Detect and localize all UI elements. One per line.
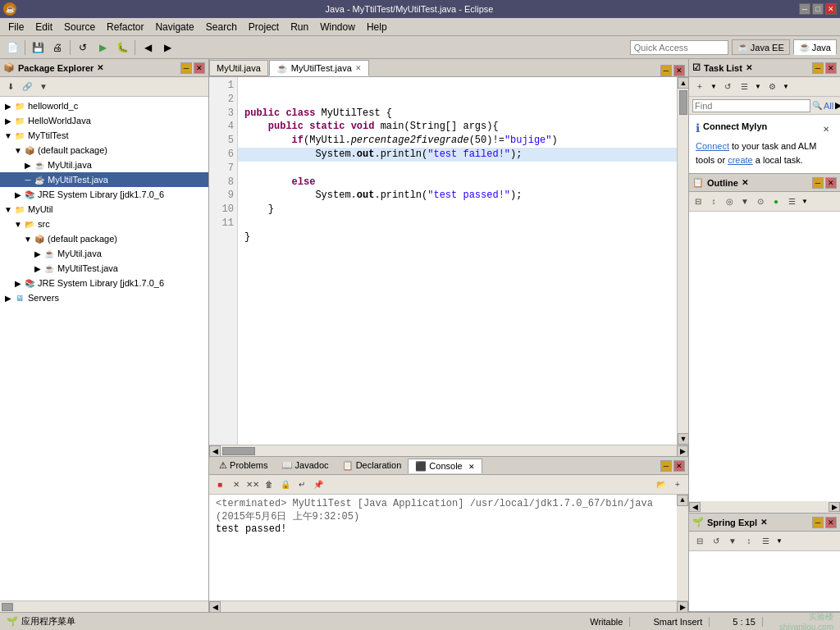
tree-hscroll[interactable]: [0, 600, 208, 612]
prev-button[interactable]: ◀: [139, 39, 157, 57]
clear-console-button[interactable]: 🗑: [262, 477, 276, 492]
tree-item-myutiltest-java[interactable]: ─ ☕ MyUtilTest.java: [0, 172, 208, 187]
editor-minimize[interactable]: ─: [660, 65, 672, 76]
tab-declaration[interactable]: 📋 Declaration: [336, 459, 409, 472]
hscroll-thumb[interactable]: [222, 447, 255, 455]
scroll-thumb[interactable]: [679, 90, 687, 115]
scroll-up-button[interactable]: ▲: [678, 77, 688, 89]
create-link[interactable]: create: [728, 155, 753, 165]
tree-item-myutil-jre[interactable]: ▶ 📚 JRE System Library [jdk1.7.0_6: [0, 276, 208, 290]
bottom-minimize[interactable]: ─: [660, 460, 672, 472]
outline-sync[interactable]: ⊙: [753, 194, 768, 209]
tree-item-helloworldjava[interactable]: ▶ 📁 HelloWorldJava: [0, 113, 208, 128]
editor-close[interactable]: ✕: [673, 65, 685, 76]
tab-console[interactable]: ⬛ Console ✕: [408, 459, 482, 473]
tab-myutiltest[interactable]: ☕ MyUtilTest.java ✕: [269, 60, 369, 76]
task-list-close[interactable]: ✕: [825, 62, 837, 74]
remove-launch-button[interactable]: ✕: [229, 477, 244, 492]
tree-item-default-pkg[interactable]: ▼ 📦 (default package): [0, 143, 208, 158]
tree-item-src-myutil[interactable]: ▶ ☕ MyUtil.java: [0, 246, 208, 261]
console-hscroll[interactable]: ◀ ▶: [209, 600, 688, 612]
collapse-all-button[interactable]: ⬇: [3, 80, 18, 94]
new-button[interactable]: 📄: [3, 39, 21, 57]
perspective-java-ee[interactable]: ☕ Java EE: [732, 39, 790, 55]
package-explorer-minimize[interactable]: ─: [180, 62, 192, 74]
outline-hscroll-left[interactable]: ◀: [689, 502, 701, 512]
outline-dropdown[interactable]: ▼: [800, 195, 810, 208]
print-button[interactable]: 🖨: [48, 39, 66, 57]
tab-problems[interactable]: ⚠ Problems: [212, 459, 275, 472]
bottom-close[interactable]: ✕: [673, 460, 685, 472]
task-find-input[interactable]: [692, 99, 810, 112]
outline-hide[interactable]: ◎: [722, 194, 737, 209]
menu-run[interactable]: Run: [285, 20, 313, 34]
outline-close-tab[interactable]: ✕: [742, 178, 748, 187]
tree-item-myttiltest[interactable]: ▼ 📁 MyTtilTest: [0, 128, 208, 143]
new-console-button[interactable]: +: [670, 477, 685, 492]
package-explorer-close-tab[interactable]: ✕: [97, 63, 103, 72]
task-menu-dropdown[interactable]: ▼: [753, 80, 763, 94]
tab-javadoc[interactable]: 📖 Javadoc: [275, 459, 336, 472]
outline-sort[interactable]: ↕: [706, 194, 721, 209]
editor-hscrollbar[interactable]: ◀ ▶: [209, 445, 688, 456]
perspective-java[interactable]: ☕ Java: [793, 39, 837, 55]
quick-access-input[interactable]: [630, 40, 728, 55]
console-tab-close[interactable]: ✕: [468, 463, 475, 471]
sync-button[interactable]: ↺: [720, 80, 735, 94]
tree-item-myutil-java[interactable]: ▶ ☕ MyUtil.java: [0, 158, 208, 172]
outline-minimize[interactable]: ─: [812, 177, 824, 189]
word-wrap-button[interactable]: ↵: [294, 477, 309, 492]
console-hscroll-left[interactable]: ◀: [209, 601, 221, 613]
tree-item-helloworld-c[interactable]: ▶ 📁 helloworld_c: [0, 98, 208, 113]
code-editor[interactable]: public class MyUtilTest { public static …: [238, 77, 677, 445]
editor-vscrollbar[interactable]: ▲ ▼: [677, 77, 688, 445]
spring-close-tab[interactable]: ✕: [760, 518, 767, 527]
terminate-button[interactable]: ■: [212, 477, 227, 492]
minimize-button[interactable]: ─: [799, 3, 810, 15]
spring-filter[interactable]: ▼: [725, 534, 740, 549]
task-list-close-tab[interactable]: ✕: [746, 63, 752, 72]
spring-refresh[interactable]: ↺: [709, 534, 724, 549]
task-menu-button[interactable]: ☰: [737, 80, 751, 94]
menu-refactor[interactable]: Refactor: [102, 20, 148, 34]
hscroll-right[interactable]: ▶: [677, 445, 688, 457]
refresh-button[interactable]: ↺: [74, 39, 92, 57]
spring-collapse[interactable]: ⊟: [692, 534, 707, 549]
menu-navigate[interactable]: Navigate: [150, 20, 199, 34]
restore-button[interactable]: □: [812, 3, 824, 15]
remove-all-button[interactable]: ✕✕: [245, 477, 260, 492]
outline-collapse[interactable]: ⊟: [691, 194, 705, 209]
connect-link[interactable]: Connect: [696, 141, 729, 151]
tree-item-src[interactable]: ▼ 📂 src: [0, 217, 208, 231]
menu-search[interactable]: Search: [201, 20, 242, 34]
open-console-button[interactable]: 📂: [654, 477, 669, 492]
outline-green[interactable]: ●: [769, 194, 783, 209]
tree-item-servers[interactable]: ▶ 🖥 Servers: [0, 290, 208, 305]
close-button[interactable]: ✕: [825, 3, 837, 15]
menu-file[interactable]: File: [3, 20, 29, 34]
new-task-button[interactable]: +: [692, 80, 707, 94]
tab-close-icon[interactable]: ✕: [355, 64, 362, 72]
spring-menu[interactable]: ☰: [758, 534, 773, 549]
next-button[interactable]: ▶: [158, 39, 176, 57]
cvscroll-up[interactable]: ▲: [677, 495, 688, 506]
outline-menu[interactable]: ☰: [784, 194, 799, 209]
outline-hscroll-right[interactable]: ▶: [829, 502, 840, 512]
pin-console-button[interactable]: 📌: [311, 477, 326, 492]
menu-edit[interactable]: Edit: [30, 20, 57, 34]
tree-item-src-default-pkg[interactable]: ▼ 📦 (default package): [0, 231, 208, 246]
menu-source[interactable]: Source: [59, 20, 100, 34]
tree-menu-button[interactable]: ▼: [36, 80, 51, 94]
tree-item-myutil-project[interactable]: ▼ 📁 MyUtil: [0, 202, 208, 217]
console-hscroll-right[interactable]: ▶: [677, 601, 688, 613]
menu-help[interactable]: Help: [362, 20, 392, 34]
mylyn-close[interactable]: ✕: [819, 121, 833, 136]
link-editor-button[interactable]: 🔗: [20, 80, 34, 94]
spring-dropdown[interactable]: ▼: [774, 535, 784, 548]
tree-item-jre-lib[interactable]: ▶ 📚 JRE System Library [jdk1.7.0_6: [0, 187, 208, 202]
hscroll-left[interactable]: ◀: [209, 445, 221, 457]
tab-myutil[interactable]: MyUtil.java: [209, 60, 268, 76]
debug-button[interactable]: 🐛: [113, 39, 131, 57]
tree-item-src-myutiltest[interactable]: ▶ ☕ MyUtilTest.java: [0, 261, 208, 276]
menu-project[interactable]: Project: [244, 20, 284, 34]
